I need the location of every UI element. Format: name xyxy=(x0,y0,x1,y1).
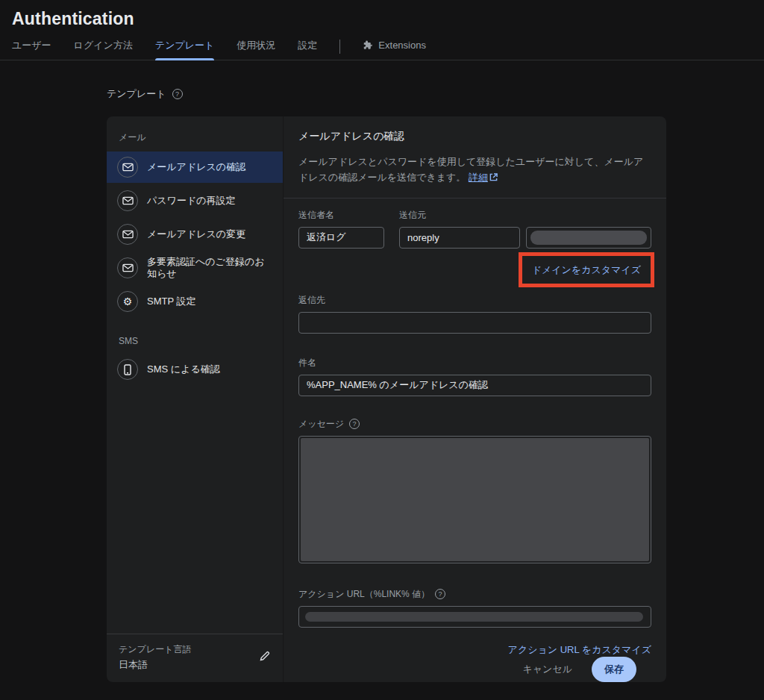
editor-title: メールアドレスの確認 xyxy=(298,130,651,143)
action-link-row: アクション URL をカスタマイズ xyxy=(298,643,651,657)
page-title: Authentication xyxy=(12,9,752,29)
template-language-footer: テンプレート言語 日本語 xyxy=(107,634,283,682)
footer-actions: キャンセル 保存 xyxy=(298,657,651,682)
sidebar-item-mfa-enrollment[interactable]: 多要素認証へのご登録のお知らせ xyxy=(107,252,283,284)
message-textarea[interactable] xyxy=(298,436,651,563)
external-link-icon xyxy=(489,173,498,181)
reply-to-input[interactable] xyxy=(298,312,651,334)
action-url-input[interactable] xyxy=(298,606,651,628)
save-button[interactable]: 保存 xyxy=(592,657,636,682)
help-icon[interactable]: ? xyxy=(349,419,360,429)
subject-group: 件名 xyxy=(298,357,651,396)
template-language-block: テンプレート言語 日本語 xyxy=(119,643,259,672)
tab-sign-in-method[interactable]: ログイン方法 xyxy=(74,38,133,60)
redacted-action-url-value xyxy=(305,612,643,622)
customize-domain-link[interactable]: ドメインをカスタマイズ xyxy=(532,264,641,275)
templates-section-label: テンプレート ? xyxy=(107,87,764,101)
sidebar-item-smtp-settings[interactable]: ⚙ SMTP 設定 xyxy=(107,286,283,317)
smartphone-icon xyxy=(117,359,138,380)
subject-label: 件名 xyxy=(298,357,651,369)
sender-row: 送信者名 送信元 xyxy=(298,209,651,249)
tab-users[interactable]: ユーザー xyxy=(12,38,51,60)
from-inputs xyxy=(399,227,651,249)
sidebar-item-email-verification[interactable]: メールアドレスの確認 xyxy=(107,151,283,183)
sidebar-item-sms-verification[interactable]: SMS による確認 xyxy=(107,354,283,385)
annotation-row: ドメインをカスタマイズ xyxy=(298,252,651,287)
sidebar-item-email-change[interactable]: メールアドレスの変更 xyxy=(107,219,283,250)
redacted-domain-value xyxy=(530,231,647,245)
from-local-part-input[interactable] xyxy=(399,227,520,249)
from-group: 送信元 xyxy=(399,209,651,249)
customize-action-url-link[interactable]: アクション URL をカスタマイズ xyxy=(508,644,651,655)
tab-templates[interactable]: テンプレート xyxy=(155,38,215,60)
reply-to-label: 返信先 xyxy=(298,294,651,307)
redacted-message-content xyxy=(301,438,649,561)
tab-settings[interactable]: 設定 xyxy=(298,38,317,60)
message-group: メッセージ ? xyxy=(298,418,651,563)
subject-input[interactable] xyxy=(298,375,651,396)
sender-name-label: 送信者名 xyxy=(298,209,384,222)
sidebar-item-password-reset[interactable]: パスワードの再設定 xyxy=(107,185,283,216)
tab-bar: ユーザー ログイン方法 テンプレート 使用状況 設定 Extensions xyxy=(0,38,764,60)
sender-name-input[interactable] xyxy=(298,227,384,249)
action-url-label: アクション URL（%LINK% 値） ? xyxy=(298,588,651,601)
mail-icon xyxy=(117,257,138,278)
gear-icon: ⚙ xyxy=(117,291,138,312)
sidebar-spacer xyxy=(107,387,283,634)
template-language-label: テンプレート言語 xyxy=(119,643,259,656)
tab-usage[interactable]: 使用状況 xyxy=(237,38,275,60)
tab-extensions[interactable]: Extensions xyxy=(363,38,426,60)
templates-card: メール メールアドレスの確認 パスワードの再設定 メールアドレスの変更 多要素認… xyxy=(107,116,666,682)
editor-header: メールアドレスの確認 メールアドレスとパスワードを使用して登録したユーザーに対し… xyxy=(284,116,666,198)
cancel-button[interactable]: キャンセル xyxy=(522,663,572,676)
template-editor-panel: メールアドレスの確認 メールアドレスとパスワードを使用して登録したユーザーに対し… xyxy=(284,116,666,682)
from-label: 送信元 xyxy=(399,209,651,222)
pencil-icon[interactable] xyxy=(259,650,271,665)
mail-icon xyxy=(117,190,138,211)
learn-more-link[interactable]: 詳細 xyxy=(469,172,498,183)
reply-to-group: 返信先 xyxy=(298,294,651,334)
action-url-group: アクション URL（%LINK% 値） ? xyxy=(298,588,651,628)
message-label: メッセージ ? xyxy=(298,418,651,431)
mail-icon xyxy=(117,157,138,178)
tab-divider xyxy=(339,40,340,54)
from-domain-input[interactable] xyxy=(526,227,651,249)
email-group-label: メール xyxy=(107,125,283,151)
sms-group-label: SMS xyxy=(107,330,283,354)
sender-name-group: 送信者名 xyxy=(298,209,384,249)
help-icon[interactable]: ? xyxy=(435,589,445,599)
template-form: 送信者名 送信元 ドメインをカスタマイズ xyxy=(284,199,666,682)
mail-icon xyxy=(117,224,138,245)
editor-description: メールアドレスとパスワードを使用して登録したユーザーに対して、メールアドレスの確… xyxy=(298,154,651,186)
extensions-puzzle-icon xyxy=(363,40,373,51)
page-header: Authentication xyxy=(0,0,764,29)
help-icon[interactable]: ? xyxy=(172,89,183,99)
template-list-sidebar: メール メールアドレスの確認 パスワードの再設定 メールアドレスの変更 多要素認… xyxy=(107,116,284,682)
red-highlight-box: ドメインをカスタマイズ xyxy=(519,252,654,287)
template-language-value: 日本語 xyxy=(119,658,259,672)
